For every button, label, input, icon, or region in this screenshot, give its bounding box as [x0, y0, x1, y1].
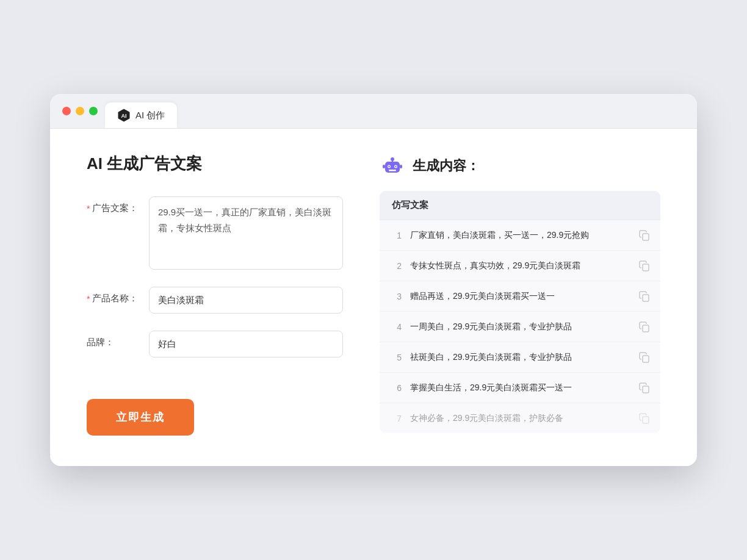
result-text: 掌握美白生活，29.9元美白淡斑霜买一送一	[410, 381, 630, 394]
minimize-button[interactable]	[76, 107, 84, 115]
svg-rect-14	[643, 295, 649, 301]
result-table: 仿写文案 1 厂家直销，美白淡斑霜，买一送一，29.9元抢购 2 专抹女性斑点，…	[380, 191, 660, 433]
ai-tab[interactable]: AI AI 创作	[105, 102, 177, 128]
ad-copy-input[interactable]: 29.9买一送一，真正的厂家直销，美白淡斑霜，专抹女性斑点	[149, 196, 343, 270]
result-text: 专抹女性斑点，真实功效，29.9元美白淡斑霜	[410, 259, 630, 272]
result-row: 4 一周美白，29.9元美白淡斑霜，专业护肤品	[380, 312, 660, 342]
result-num: 6	[389, 383, 402, 393]
copy-icon[interactable]	[638, 260, 651, 272]
close-button[interactable]	[62, 107, 71, 115]
robot-icon	[380, 153, 405, 179]
result-row: 7 女神必备，29.9元美白淡斑霜，护肤必备	[380, 403, 660, 433]
result-row: 3 赠品再送，29.9元美白淡斑霜买一送一	[380, 281, 660, 312]
ad-copy-label: * 广告文案：	[87, 196, 142, 214]
traffic-lights	[62, 107, 98, 115]
ad-copy-required-star: *	[87, 204, 90, 214]
ai-tab-icon: AI	[117, 109, 131, 122]
brand-label: 品牌：	[87, 331, 142, 348]
svg-text:AI: AI	[121, 113, 127, 119]
result-text: 一周美白，29.9元美白淡斑霜，专业护肤品	[410, 320, 630, 333]
left-panel: AI 生成广告文案 * 广告文案： 29.9买一送一，真正的厂家直销，美白淡斑霜…	[87, 153, 343, 436]
svg-rect-10	[383, 165, 385, 168]
svg-point-7	[388, 166, 389, 167]
copy-icon[interactable]	[638, 412, 651, 425]
svg-rect-15	[643, 325, 649, 332]
svg-rect-4	[392, 159, 393, 162]
brand-row: 品牌：	[87, 331, 343, 357]
copy-icon[interactable]	[638, 382, 651, 394]
svg-rect-11	[400, 165, 402, 168]
right-header: 生成内容：	[380, 153, 660, 179]
svg-point-8	[395, 166, 396, 167]
result-text: 祛斑美白，29.9元美白淡斑霜，专业护肤品	[410, 351, 630, 364]
browser-window: AI AI 创作 AI 生成广告文案 * 广告文案： 29.9买一送一，真正的厂…	[50, 94, 697, 466]
result-num: 3	[389, 292, 402, 301]
result-num: 7	[389, 414, 402, 423]
result-text: 女神必备，29.9元美白淡斑霜，护肤必备	[410, 412, 630, 425]
generate-button[interactable]: 立即生成	[87, 399, 194, 436]
result-row: 5 祛斑美白，29.9元美白淡斑霜，专业护肤品	[380, 342, 660, 373]
svg-rect-16	[643, 356, 649, 362]
result-rows-container: 1 厂家直销，美白淡斑霜，买一送一，29.9元抢购 2 专抹女性斑点，真实功效，…	[380, 220, 660, 433]
tab-label: AI 创作	[135, 110, 165, 121]
copy-icon[interactable]	[638, 321, 651, 333]
ad-copy-row: * 广告文案： 29.9买一送一，真正的厂家直销，美白淡斑霜，专抹女性斑点	[87, 196, 343, 270]
brand-input[interactable]	[149, 331, 343, 357]
result-num: 1	[389, 231, 402, 240]
svg-rect-9	[389, 170, 396, 171]
svg-rect-17	[643, 386, 649, 393]
result-num: 4	[389, 322, 402, 332]
product-name-label: * 产品名称：	[87, 287, 142, 304]
result-row: 6 掌握美白生活，29.9元美白淡斑霜买一送一	[380, 373, 660, 403]
copy-icon[interactable]	[638, 290, 651, 303]
result-num: 2	[389, 261, 402, 271]
result-text: 厂家直销，美白淡斑霜，买一送一，29.9元抢购	[410, 229, 630, 242]
result-num: 5	[389, 353, 402, 362]
result-text: 赠品再送，29.9元美白淡斑霜买一送一	[410, 290, 630, 303]
product-name-required-star: *	[87, 294, 90, 304]
product-name-row: * 产品名称：	[87, 287, 343, 314]
copy-icon[interactable]	[638, 229, 651, 242]
browser-content: AI 生成广告文案 * 广告文案： 29.9买一送一，真正的厂家直销，美白淡斑霜…	[50, 129, 697, 466]
result-row: 1 厂家直销，美白淡斑霜，买一送一，29.9元抢购	[380, 220, 660, 251]
page-title: AI 生成广告文案	[87, 153, 343, 174]
svg-rect-13	[643, 264, 649, 271]
svg-rect-18	[643, 417, 649, 423]
right-panel: 生成内容： 仿写文案 1 厂家直销，美白淡斑霜，买一送一，29.9元抢购 2 专…	[380, 153, 660, 436]
right-title: 生成内容：	[413, 157, 480, 175]
product-name-input[interactable]	[149, 287, 343, 314]
copy-icon[interactable]	[638, 351, 651, 364]
result-row: 2 专抹女性斑点，真实功效，29.9元美白淡斑霜	[380, 251, 660, 281]
maximize-button[interactable]	[89, 107, 98, 115]
result-table-header: 仿写文案	[380, 191, 660, 220]
titlebar: AI AI 创作	[50, 94, 697, 129]
svg-rect-12	[643, 234, 649, 240]
